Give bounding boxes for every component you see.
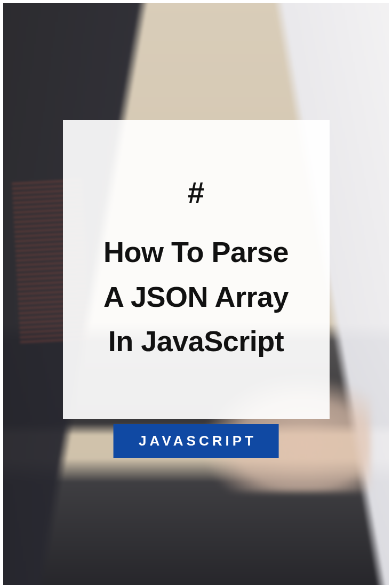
title-card: # How To Parse A JSON Array In JavaScrip… — [63, 120, 330, 419]
title-line-2: A JSON Array — [103, 281, 289, 313]
title-text: How To Parse A JSON Array In JavaScript — [103, 230, 289, 364]
title-line-1: How To Parse — [103, 236, 289, 268]
category-tag: JAVASCRIPT — [113, 424, 279, 458]
hash-symbol: # — [188, 175, 204, 210]
title-line-3: In JavaScript — [108, 325, 284, 357]
category-label: JAVASCRIPT — [139, 433, 257, 449]
